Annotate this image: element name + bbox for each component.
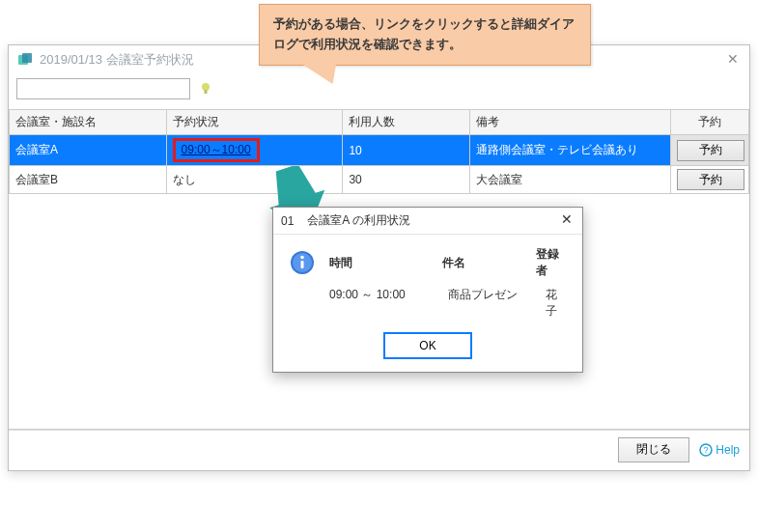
search-input[interactable] <box>16 78 190 99</box>
cell-name: 会議室A <box>10 135 167 166</box>
window-title: 2019/01/13 会議室予約状況 <box>40 51 194 69</box>
col-header-status: 予約状況 <box>166 110 343 135</box>
help-link[interactable]: ? Help <box>699 443 740 457</box>
dialog-data-row: 09:00 ～ 10:00 商品プレゼン 花子 <box>287 279 569 333</box>
col-header-note: 備考 <box>470 110 670 135</box>
dialog-body: 時間 件名 登録者 09:00 ～ 10:00 商品プレゼン 花子 OK <box>273 235 582 372</box>
dialog-title-prefix: 01 <box>281 214 294 228</box>
dialog-col-user: 登録者 <box>536 246 569 279</box>
col-header-name: 会議室・施設名 <box>10 110 167 135</box>
table-row[interactable]: 会議室A09:00～10:0010通路側会議室・テレビ会議あり予約 <box>10 135 749 166</box>
cell-note: 大会議室 <box>470 166 670 194</box>
cell-capacity: 30 <box>343 166 470 194</box>
help-callout: 予約がある場合、リンクをクリックすると詳細ダイアログで利用状況を確認できます。 <box>259 4 591 66</box>
svg-rect-9 <box>301 261 304 268</box>
reservation-table: 会議室・施設名 予約状況 利用人数 備考 予約 会議室A09:00～10:001… <box>9 109 749 194</box>
dialog-val-user: 花子 <box>546 287 569 320</box>
cell-status: 09:00～10:00 <box>166 135 343 166</box>
svg-point-10 <box>300 256 304 260</box>
cell-action: 予約 <box>670 166 748 194</box>
col-header-action: 予約 <box>670 110 748 135</box>
ok-button[interactable]: OK <box>384 333 471 358</box>
callout-text: 予約がある場合、リンクをクリックすると詳細ダイアログで利用状況を確認できます。 <box>273 16 575 51</box>
status-link[interactable]: 09:00～10:00 <box>182 143 251 156</box>
dialog-col-subject: 件名 <box>442 255 522 271</box>
svg-text:?: ? <box>704 445 709 455</box>
cell-capacity: 10 <box>343 135 470 166</box>
cell-note: 通路側会議室・テレビ会議あり <box>470 135 670 166</box>
svg-rect-3 <box>205 90 208 94</box>
dialog-val-time: 09:00 ～ 10:00 <box>329 287 435 320</box>
help-label: Help <box>716 443 740 457</box>
window-close-button[interactable]: ✕ <box>724 51 742 69</box>
cell-status: なし <box>166 166 343 194</box>
lightbulb-icon[interactable] <box>198 81 213 97</box>
footer: 閉じる ? Help <box>9 430 749 468</box>
close-button[interactable]: 閉じる <box>618 437 689 462</box>
cell-name: 会議室B <box>10 166 167 194</box>
svg-rect-1 <box>22 53 32 63</box>
dialog-title-bar: 01 会議室A の利用状況 ✕ <box>273 208 582 235</box>
reserve-button[interactable]: 予約 <box>677 169 744 190</box>
help-icon: ? <box>699 443 713 457</box>
table-row[interactable]: 会議室Bなし30大会議室予約 <box>10 166 749 194</box>
dialog-title: 会議室A の利用状況 <box>307 212 410 229</box>
svg-point-2 <box>202 83 210 91</box>
col-header-capacity: 利用人数 <box>343 110 470 135</box>
cell-action: 予約 <box>670 135 748 166</box>
detail-dialog: 01 会議室A の利用状況 ✕ 時間 件名 登録者 09:00 ～ 10:00 … <box>272 207 583 373</box>
search-row <box>9 74 749 109</box>
status-highlight-box: 09:00～10:00 <box>173 138 260 162</box>
app-icon <box>16 51 34 69</box>
dialog-close-button[interactable]: ✕ <box>557 211 576 231</box>
dialog-val-subject: 商品プレゼン <box>448 287 532 320</box>
reserve-button[interactable]: 予約 <box>677 140 744 161</box>
dialog-col-time: 時間 <box>329 255 429 271</box>
info-icon <box>289 249 316 276</box>
table-header-row: 会議室・施設名 予約状況 利用人数 備考 予約 <box>10 110 749 135</box>
dialog-header-row: 時間 件名 登録者 <box>287 246 569 279</box>
